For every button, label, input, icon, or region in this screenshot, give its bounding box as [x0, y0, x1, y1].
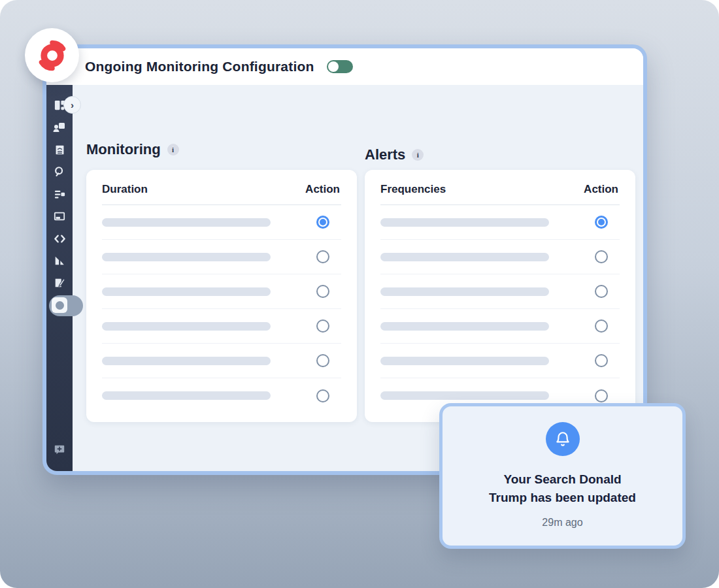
radio-button[interactable] — [595, 389, 608, 402]
toggle-knob — [328, 61, 339, 72]
sidebar-item-documents[interactable] — [46, 139, 73, 161]
table-row — [380, 274, 620, 309]
chevron-right-icon: › — [71, 99, 74, 110]
info-icon[interactable]: i — [167, 144, 179, 155]
radio-button[interactable] — [595, 354, 608, 367]
chart-shapes-icon — [54, 255, 65, 267]
skeleton-bar — [380, 391, 549, 400]
skeleton-bar — [380, 218, 549, 227]
page-title: Ongoing Monitoring Configuration — [85, 59, 314, 74]
skeleton-bar — [102, 253, 271, 261]
table-row — [380, 344, 620, 378]
monitoring-toggle[interactable] — [327, 60, 353, 73]
radio-button[interactable] — [595, 250, 608, 263]
screenshot-canvas: Ongoing Monitoring Configuration — [0, 0, 719, 588]
sidebar-item-code[interactable] — [46, 227, 73, 250]
radio-button[interactable] — [316, 319, 329, 333]
monitoring-rows — [102, 205, 341, 413]
alerts-heading: Alerts — [365, 146, 405, 163]
sidebar-item-analytics[interactable] — [46, 250, 73, 272]
column-header-duration: Duration — [102, 183, 148, 196]
radio-button[interactable] — [316, 250, 329, 263]
search-icon — [54, 166, 65, 178]
info-icon[interactable]: i — [412, 149, 424, 161]
table-row — [102, 205, 341, 240]
sidebar-item-feedback[interactable] — [46, 438, 73, 461]
monitoring-heading: Monitoring — [86, 141, 161, 158]
bell-icon — [546, 422, 580, 456]
table-row — [102, 344, 341, 378]
people-video-icon — [53, 121, 66, 134]
edit-flag-icon — [54, 277, 65, 289]
monitoring-section: Monitoring i Duration Action — [86, 140, 357, 471]
skeleton-bar — [102, 322, 271, 331]
radio-button[interactable] — [316, 285, 329, 298]
table-row — [102, 274, 341, 309]
toast-message: Your Search Donald Trump has been update… — [489, 470, 636, 507]
alerts-rows — [380, 205, 620, 413]
table-row — [102, 309, 341, 344]
radio-button[interactable] — [595, 285, 608, 298]
notification-toast[interactable]: Your Search Donald Trump has been update… — [439, 403, 686, 549]
skeleton-bar — [380, 287, 549, 296]
table-row — [380, 240, 620, 274]
table-row — [380, 309, 620, 344]
table-row — [380, 205, 620, 240]
brand-logo — [25, 28, 79, 82]
skeleton-bar — [102, 218, 271, 227]
column-header-action: Action — [305, 183, 340, 196]
window-header: Ongoing Monitoring Configuration — [46, 48, 643, 85]
sidebar-item-people[interactable] — [46, 116, 73, 139]
skeleton-bar — [102, 287, 271, 296]
radio-button[interactable] — [316, 216, 329, 229]
code-icon — [54, 233, 66, 245]
sidebar-item-media-active[interactable] — [46, 294, 73, 316]
radio-button[interactable] — [595, 319, 608, 333]
radio-button[interactable] — [595, 216, 608, 229]
list-icon — [54, 188, 66, 201]
document-icon — [54, 144, 65, 155]
radio-button[interactable] — [316, 389, 329, 402]
column-header-frequencies: Frequencies — [380, 183, 446, 196]
sidebar-item-search[interactable] — [46, 161, 73, 183]
toast-timestamp: 29m ago — [542, 517, 582, 529]
skeleton-bar — [102, 357, 271, 365]
table-row — [102, 240, 341, 274]
column-header-action: Action — [584, 183, 618, 196]
sidebar-item-cards[interactable] — [46, 205, 73, 227]
sidebar-item-compose[interactable] — [46, 272, 73, 294]
table-row — [102, 378, 341, 413]
skeleton-bar — [102, 391, 271, 400]
skeleton-bar — [380, 322, 549, 331]
skeleton-bar — [380, 253, 549, 261]
sidebar — [46, 85, 73, 471]
sidebar-item-lists[interactable] — [46, 183, 73, 205]
browser-card-icon — [54, 210, 65, 222]
feedback-plus-icon — [54, 444, 65, 455]
sidebar-expand-button[interactable]: › — [63, 96, 81, 114]
logo-swirl-icon — [33, 36, 72, 75]
media-circle-icon — [52, 297, 67, 313]
radio-button[interactable] — [316, 354, 329, 367]
monitoring-card: Duration Action — [86, 170, 357, 422]
skeleton-bar — [380, 357, 549, 365]
alerts-card: Frequencies Action — [365, 170, 635, 422]
